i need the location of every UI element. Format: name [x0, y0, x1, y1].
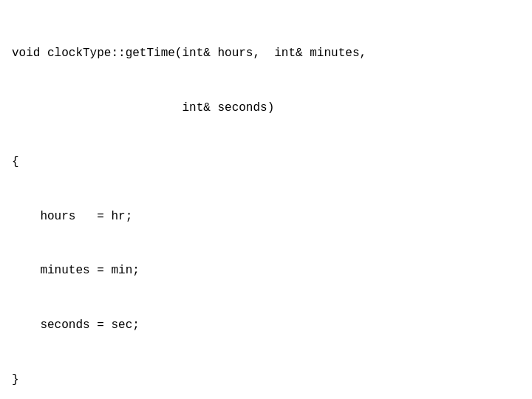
code-line-7: } [12, 371, 520, 390]
code-line-4: hours = hr; [12, 208, 520, 227]
code-line-1: void clockType::getTime(int& hours, int&… [12, 44, 520, 64]
code-block: void clockType::getTime(int& hours, int&… [0, 0, 532, 399]
code-line-5: minutes = min; [12, 262, 520, 281]
code-line-3: { [12, 153, 520, 172]
code-line-2: int& seconds) [12, 99, 520, 118]
code-line-6: seconds = sec; [12, 316, 520, 335]
